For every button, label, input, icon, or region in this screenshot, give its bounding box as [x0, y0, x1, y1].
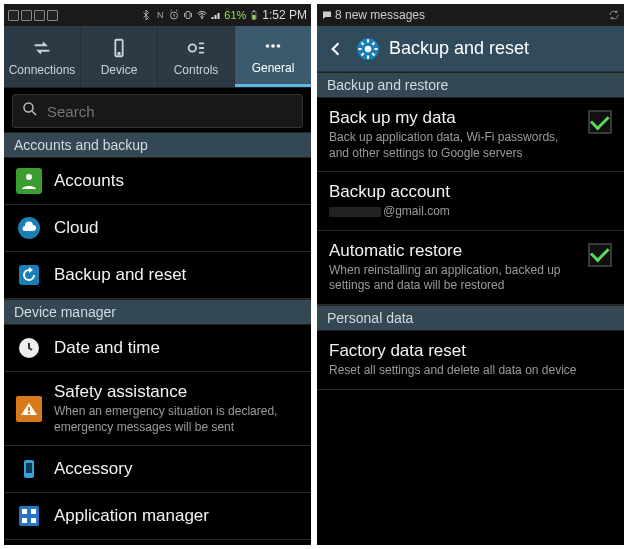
battery-percent: 61% — [224, 9, 246, 21]
tab-label: Controls — [174, 63, 219, 77]
section-header: Personal data — [317, 305, 624, 331]
controls-icon — [185, 37, 207, 59]
bluetooth-icon — [140, 9, 152, 21]
row-title: Accounts — [54, 171, 299, 191]
pref-backup-account[interactable]: Backup account @gmail.com — [317, 172, 624, 231]
clock-time: 1:52 PM — [262, 8, 307, 22]
row-title: Application manager — [54, 506, 299, 526]
row-title: Date and time — [54, 338, 299, 358]
status-bar: 8 new messages — [317, 4, 624, 26]
connections-icon — [31, 37, 53, 59]
svg-rect-22 — [22, 509, 27, 514]
svg-rect-4 — [253, 11, 255, 12]
svg-point-7 — [118, 52, 120, 54]
svg-rect-24 — [22, 518, 27, 523]
settings-search[interactable] — [12, 94, 303, 128]
settings-item-accounts[interactable]: Accounts — [4, 158, 311, 205]
svg-rect-1 — [186, 12, 190, 19]
pref-title: Backup account — [329, 182, 612, 202]
search-icon — [21, 100, 39, 122]
settings-item-battery[interactable]: Battery — [4, 540, 311, 545]
pref-subtitle: @gmail.com — [329, 204, 612, 220]
gear-icon — [355, 36, 381, 62]
tab-device[interactable]: Device — [81, 26, 158, 87]
svg-rect-25 — [31, 518, 36, 523]
tab-general[interactable]: General — [235, 26, 311, 87]
safety-icon — [16, 396, 42, 422]
pref-subtitle: Back up application data, Wi-Fi password… — [329, 130, 578, 161]
checkbox[interactable] — [588, 110, 612, 134]
settings-item-accessory[interactable]: Accessory — [4, 446, 311, 493]
more-icon — [262, 35, 284, 57]
tab-label: Device — [101, 63, 138, 77]
settings-item-cloud[interactable]: Cloud — [4, 205, 311, 252]
sync-icon — [608, 9, 620, 21]
page-title: Backup and reset — [389, 38, 616, 59]
svg-point-8 — [189, 44, 196, 51]
vibrate-icon — [182, 9, 194, 21]
row-title: Safety assistance — [54, 382, 299, 402]
svg-rect-17 — [28, 407, 30, 411]
pref-title: Back up my data — [329, 108, 578, 128]
signal-icon — [210, 9, 222, 21]
pref-factory-reset[interactable]: Factory data reset Reset all settings an… — [317, 331, 624, 390]
svg-point-10 — [271, 44, 275, 48]
pref-subtitle: Reset all settings and delete all data o… — [329, 363, 612, 379]
redacted-text — [329, 207, 381, 217]
status-icons-right — [608, 9, 620, 21]
statusbar-app-icon — [21, 10, 32, 21]
settings-item-safety[interactable]: Safety assistance When an emergency situ… — [4, 372, 311, 446]
pref-backup-my-data[interactable]: Back up my data Back up application data… — [317, 98, 624, 172]
section-header: Accounts and backup — [4, 132, 311, 158]
cloud-icon — [16, 215, 42, 241]
statusbar-app-icon — [34, 10, 45, 21]
status-icons-left — [8, 10, 58, 21]
status-icons-right: N 61% 1:52 PM — [140, 8, 307, 22]
status-icons-left: 8 new messages — [321, 8, 425, 22]
statusbar-app-icon — [47, 10, 58, 21]
settings-item-backup-reset[interactable]: Backup and reset — [4, 252, 311, 299]
backup-list: Backup and restore Back up my data Back … — [317, 72, 624, 545]
settings-tabs: Connections Device Controls General — [4, 26, 311, 88]
settings-general-screen: N 61% 1:52 PM Connections — [4, 4, 311, 545]
nfc-icon: N — [154, 9, 166, 21]
accounts-icon — [16, 168, 42, 194]
svg-rect-23 — [31, 509, 36, 514]
device-icon — [108, 37, 130, 59]
wifi-icon — [196, 9, 208, 21]
svg-point-12 — [24, 103, 33, 112]
battery-icon — [248, 9, 260, 21]
row-title: Cloud — [54, 218, 299, 238]
svg-rect-20 — [26, 463, 32, 473]
tab-connections[interactable]: Connections — [4, 26, 81, 87]
svg-point-11 — [277, 44, 281, 48]
settings-item-date-time[interactable]: Date and time — [4, 325, 311, 372]
row-title: Backup and reset — [54, 265, 299, 285]
settings-item-app-manager[interactable]: Application manager — [4, 493, 311, 540]
svg-point-9 — [266, 44, 270, 48]
svg-point-2 — [202, 18, 203, 19]
pref-title: Automatic restore — [329, 241, 578, 261]
row-subtitle: When an emergency situation is declared,… — [54, 404, 299, 435]
back-button[interactable] — [325, 39, 347, 59]
svg-point-29 — [365, 45, 372, 52]
clock-icon — [16, 335, 42, 361]
statusbar-app-icon — [8, 10, 19, 21]
tab-label: General — [252, 61, 295, 75]
pref-subtitle: When reinstalling an application, backed… — [329, 263, 578, 294]
svg-rect-5 — [253, 15, 256, 19]
app-manager-icon — [16, 503, 42, 529]
search-input[interactable] — [47, 103, 294, 120]
tab-label: Connections — [9, 63, 76, 77]
tab-controls[interactable]: Controls — [158, 26, 235, 87]
pref-title: Factory data reset — [329, 341, 612, 361]
checkbox[interactable] — [588, 243, 612, 267]
alarm-icon — [168, 9, 180, 21]
section-header: Backup and restore — [317, 72, 624, 98]
status-bar: N 61% 1:52 PM — [4, 4, 311, 26]
backup-reset-screen: 8 new messages Backup and reset Backup a… — [317, 4, 624, 545]
notification-text: 8 new messages — [335, 8, 425, 22]
svg-point-13 — [26, 174, 32, 180]
pref-automatic-restore[interactable]: Automatic restore When reinstalling an a… — [317, 231, 624, 305]
title-bar: Backup and reset — [317, 26, 624, 72]
